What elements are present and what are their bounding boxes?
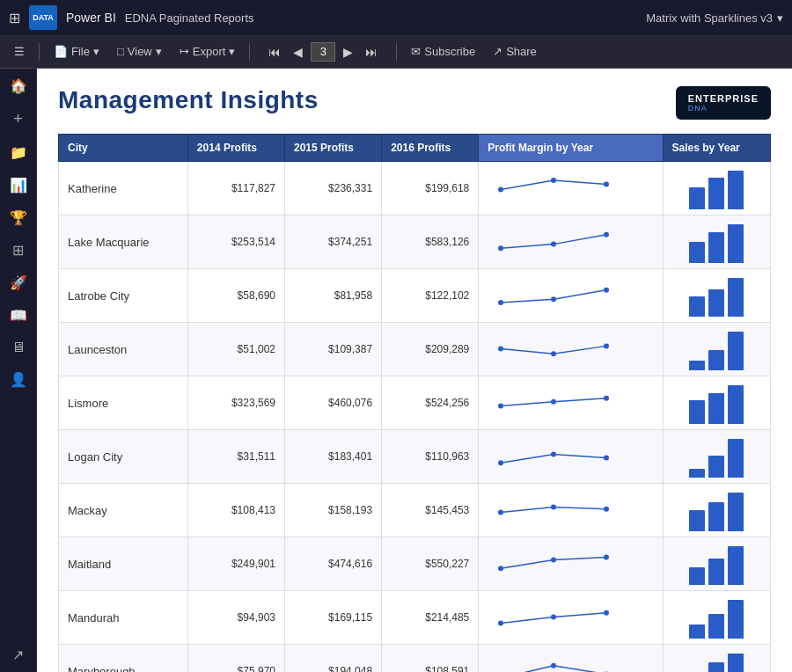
- sidebar-data-icon[interactable]: 📊: [10, 177, 27, 194]
- page-navigation: ⏮ ◀ 3 ▶ ⏭: [264, 42, 382, 62]
- cell-profit-2014: $249,901: [187, 537, 284, 591]
- dropdown-arrow-icon[interactable]: ▾: [777, 11, 783, 25]
- cell-profit-2014: $108,413: [187, 484, 284, 537]
- left-sidebar: 🏠 + 📁 📊 🏆 ⊞ 🚀 📖 🖥 👤 ↗: [0, 69, 37, 672]
- cell-city: Launceston: [59, 323, 188, 376]
- next-page-button[interactable]: ▶: [339, 43, 357, 61]
- cell-city: Maryborough: [59, 645, 188, 673]
- cell-profit-2015: $374,251: [285, 215, 382, 269]
- cell-city: Latrobe City: [59, 269, 188, 323]
- cell-profit-2015: $109,387: [285, 323, 382, 376]
- report-title: Management Insights: [58, 86, 319, 114]
- cell-city: Lismore: [59, 376, 188, 430]
- hamburger-menu-button[interactable]: ☰: [7, 41, 32, 62]
- separator-3: [396, 43, 397, 61]
- svg-point-7: [551, 296, 556, 302]
- cell-profit-2016: $199,618: [382, 162, 479, 215]
- sidebar-book-icon[interactable]: 📖: [10, 307, 27, 324]
- svg-point-16: [551, 452, 556, 457]
- last-page-button[interactable]: ⏭: [361, 43, 382, 61]
- svg-point-24: [498, 621, 503, 626]
- header-profit-margin: Profit Margin by Year: [479, 135, 663, 162]
- header-sales-by-year: Sales by Year: [663, 135, 770, 162]
- sidebar-add-icon[interactable]: +: [13, 110, 23, 128]
- cell-city: Mackay: [59, 484, 188, 537]
- cell-sparkline: [479, 484, 663, 537]
- enterprise-dna-logo: ENTERPRISE DNA: [676, 86, 771, 120]
- sidebar-grid-icon[interactable]: ⊞: [12, 242, 24, 259]
- separator-2: [249, 43, 250, 61]
- table-row: Maitland$249,901$474,616$550,227: [59, 537, 771, 591]
- sidebar-folder-icon[interactable]: 📁: [10, 144, 27, 161]
- cell-sparkline: [479, 645, 663, 673]
- cell-profit-2016: $145,453: [382, 484, 479, 537]
- cell-city: Maitland: [59, 537, 188, 591]
- logo-line2: DNA: [688, 104, 759, 113]
- header-2016-profits: 2016 Profits: [382, 135, 479, 162]
- table-row: Mandurah$94,903$169,115$214,485: [59, 591, 771, 645]
- view-button[interactable]: □ View ▾: [110, 41, 169, 62]
- cell-sparkline: [479, 323, 663, 376]
- table-row: Logan City$31,511$183,401$110,963: [59, 430, 771, 484]
- svg-point-1: [551, 178, 556, 183]
- sidebar-trophy-icon[interactable]: 🏆: [10, 209, 27, 226]
- file-button[interactable]: 📄 File ▾: [47, 41, 106, 62]
- cell-profit-2016: $108,591: [382, 645, 479, 673]
- svg-point-26: [604, 610, 609, 616]
- file-icon: 📄: [54, 45, 68, 58]
- cell-profit-2014: $58,690: [187, 269, 284, 323]
- cell-bars: [663, 162, 770, 215]
- sidebar-monitor-icon[interactable]: 🖥: [11, 340, 26, 355]
- svg-point-11: [604, 343, 609, 348]
- svg-point-22: [551, 558, 556, 563]
- svg-point-6: [498, 300, 503, 305]
- sidebar-rocket-icon[interactable]: 🚀: [10, 274, 27, 291]
- matrix-version-label: Matrix with Sparklines v3: [646, 11, 773, 25]
- powerbi-label: Power BI: [66, 11, 116, 25]
- svg-point-25: [551, 615, 556, 620]
- sidebar-user-icon[interactable]: 👤: [10, 371, 27, 388]
- cell-bars: [663, 591, 770, 645]
- cell-profit-2014: $253,514: [187, 215, 284, 269]
- cell-profit-2016: $122,102: [382, 269, 479, 323]
- cell-bars: [663, 645, 770, 673]
- first-page-button[interactable]: ⏮: [264, 43, 285, 61]
- cell-sparkline: [479, 430, 663, 484]
- prev-page-button[interactable]: ◀: [289, 43, 307, 61]
- subscribe-button[interactable]: ✉ Subscribe: [404, 41, 482, 62]
- export-button[interactable]: ↦ Export ▾: [172, 41, 243, 62]
- cell-profit-2015: $236,331: [285, 162, 382, 215]
- cell-profit-2016: $550,227: [382, 537, 479, 591]
- cell-profit-2016: $524,256: [382, 376, 479, 430]
- cell-bars: [663, 430, 770, 484]
- export-icon: ↦: [180, 45, 189, 58]
- svg-point-15: [498, 460, 503, 465]
- page-number[interactable]: 3: [311, 42, 335, 62]
- cell-profit-2014: $323,569: [187, 376, 284, 430]
- cell-profit-2015: $169,115: [285, 591, 382, 645]
- share-button[interactable]: ↗ Share: [486, 41, 544, 62]
- svg-point-0: [498, 186, 503, 192]
- table-row: Launceston$51,002$109,387$209,289: [59, 323, 771, 376]
- svg-point-28: [551, 663, 556, 668]
- data-table: City 2014 Profits 2015 Profits 2016 Prof…: [58, 134, 771, 672]
- sidebar-home-icon[interactable]: 🏠: [10, 77, 27, 94]
- header-2014-profits: 2014 Profits: [187, 135, 284, 162]
- svg-point-20: [604, 507, 609, 512]
- share-icon: ↗: [493, 45, 502, 58]
- cell-profit-2015: $183,401: [285, 430, 382, 484]
- cell-sparkline: [479, 591, 663, 645]
- sidebar-expand-icon[interactable]: ↗: [12, 646, 24, 663]
- svg-point-2: [604, 182, 609, 187]
- svg-point-9: [498, 347, 503, 352]
- cell-bars: [663, 484, 770, 537]
- svg-point-18: [498, 510, 503, 515]
- separator-1: [39, 43, 40, 61]
- logo-line1: ENTERPRISE: [688, 93, 759, 104]
- table-row: Maryborough$75,970$194,048$108,591: [59, 645, 771, 673]
- apps-icon[interactable]: ⊞: [9, 10, 20, 26]
- export-dropdown-icon: ▾: [229, 45, 235, 58]
- top-right-info: Matrix with Sparklines v3 ▾: [646, 11, 783, 25]
- cell-profit-2016: $583,126: [382, 215, 479, 269]
- cell-bars: [663, 215, 770, 269]
